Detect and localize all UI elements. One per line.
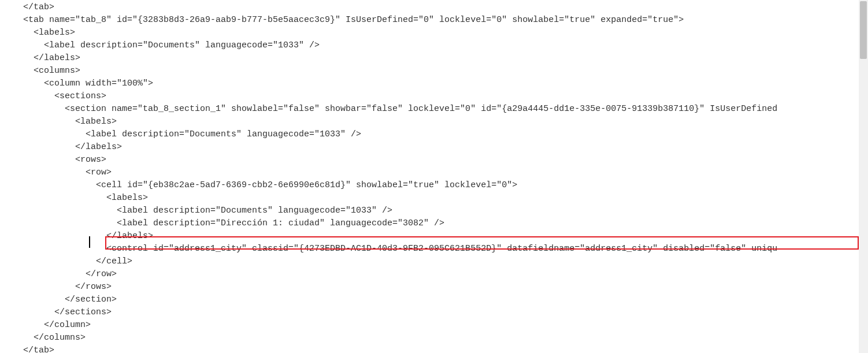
code-line: <labels>	[0, 116, 868, 128]
code-line: <labels>	[0, 192, 868, 205]
code-line: </section>	[0, 293, 868, 306]
code-line: <rows>	[0, 154, 868, 166]
scrollbar-thumb[interactable]	[860, 1, 867, 59]
code-line: <columns>	[0, 65, 868, 77]
code-line: <label description="Dirección 1: ciudad"…	[0, 217, 868, 230]
code-line: <sections>	[0, 90, 868, 103]
code-line: <control id="address1_city" classid="{42…	[0, 243, 868, 255]
code-line: <labels>	[0, 27, 868, 39]
code-line: <column width="100%">	[0, 77, 868, 90]
code-line: </columns>	[0, 332, 868, 344]
text-cursor	[89, 236, 90, 248]
code-line: <label description="Documents" languagec…	[0, 205, 868, 217]
code-line: </row>	[0, 268, 868, 281]
code-viewer: </tab><tab name="tab_8" id="{3283b8d3-26…	[0, 0, 868, 353]
code-line: <section name="tab_8_section_1" showlabe…	[0, 103, 868, 116]
code-line: </tab>	[0, 344, 868, 353]
code-line: <row>	[0, 166, 868, 179]
code-line: </column>	[0, 319, 868, 332]
code-line: </labels>	[0, 52, 868, 65]
code-line: </tab>	[0, 1, 868, 14]
code-line: </sections>	[0, 306, 868, 319]
code-line: <label description="Documents" languagec…	[0, 128, 868, 141]
code-line: </labels>	[0, 141, 868, 154]
code-line: </cell>	[0, 255, 868, 268]
code-line: </labels>	[0, 230, 868, 243]
vertical-scrollbar[interactable]	[859, 0, 868, 353]
code-line: </rows>	[0, 281, 868, 293]
code-line: <label description="Documents" languagec…	[0, 39, 868, 52]
code-line: <cell id="{eb38c2ae-5ad7-6369-cbb2-6e699…	[0, 179, 868, 192]
code-block[interactable]: </tab><tab name="tab_8" id="{3283b8d3-26…	[0, 1, 868, 353]
code-line: <tab name="tab_8" id="{3283b8d3-26a9-aab…	[0, 14, 868, 27]
